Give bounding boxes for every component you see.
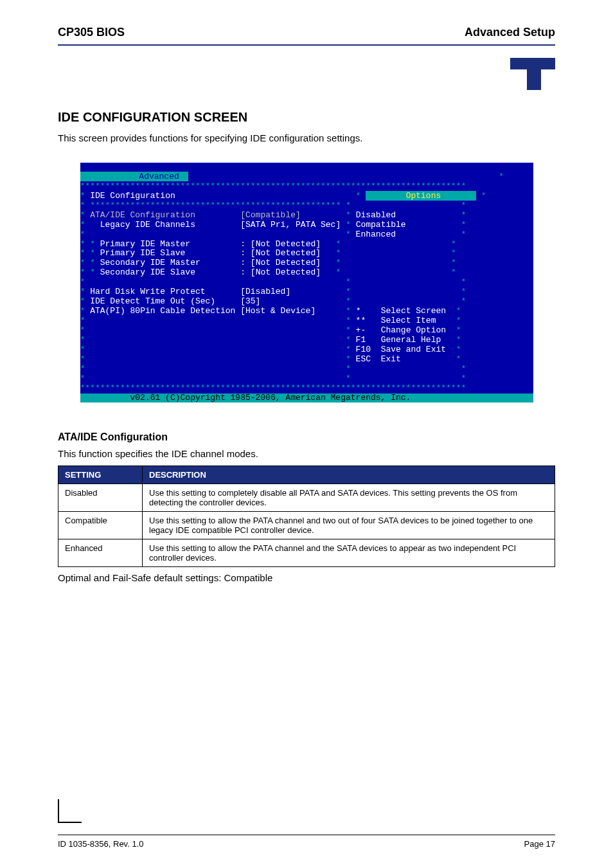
bios-footer: v02.61 (C)Copyright 1985-2006, American …: [130, 393, 411, 402]
hint-select-item: Select Item: [381, 316, 436, 325]
footer-page: Page 17: [524, 839, 555, 849]
th-setting: SETTING: [58, 466, 143, 484]
value-hdwp: [Disabled]: [240, 287, 290, 296]
opt-enhanced: Enhanced: [356, 230, 396, 239]
hint-change-option: Change Option: [381, 325, 446, 335]
value-cable: [Host & Device]: [240, 306, 315, 316]
item-hdwp[interactable]: Hard Disk Write Protect: [90, 287, 205, 296]
value-legacy: [SATA Pri, PATA Sec]: [240, 220, 341, 230]
section-intro: This screen provides functions for speci…: [58, 132, 555, 143]
item-cable[interactable]: ATA(PI) 80Pin Cable Detection: [90, 306, 235, 316]
opt-disabled: Disabled: [356, 210, 396, 220]
options-box-label: Options: [406, 191, 441, 201]
section-title: IDE CONFIGURATION SCREEN: [58, 110, 555, 125]
value-timeout: [35]: [240, 296, 260, 306]
table-row: Disabled Use this setting to completely …: [58, 484, 555, 512]
item-legacy[interactable]: Legacy IDE Channels: [100, 220, 195, 230]
hint-general-help: General Help: [381, 335, 441, 345]
item-timeout[interactable]: IDE Detect Time Out (Sec): [90, 296, 215, 306]
dev-primary-master[interactable]: Primary IDE Master: [100, 239, 190, 249]
hint-exit: Exit: [381, 354, 401, 364]
opt-compatible: Compatible: [356, 220, 406, 230]
brand-corner-icon: [510, 58, 555, 90]
subsection-title: ATA/IDE Configuration: [58, 431, 555, 443]
dev-secondary-slave[interactable]: Secondary IDE Slave: [100, 267, 195, 277]
th-description: DESCRIPTION: [143, 466, 555, 484]
bios-heading: IDE Configuration: [90, 191, 175, 201]
header-left: CP305 BIOS: [58, 26, 125, 39]
dev-secondary-master[interactable]: Secondary IDE Master: [100, 258, 200, 267]
item-ata[interactable]: ATA/IDE Configuration: [90, 210, 195, 220]
subsection-desc: This function specifies the IDE channel …: [58, 448, 555, 459]
hint-save-exit: Save and Exit: [381, 345, 446, 354]
table-row: Compatible Use this setting to allow the…: [58, 512, 555, 539]
defaults-note: Optimal and Fail-Safe default settings: …: [58, 572, 555, 583]
bios-tab-advanced: Advanced: [138, 172, 180, 181]
dev-primary-slave[interactable]: Primary IDE Slave: [100, 248, 186, 258]
table-row: Enhanced Use this setting to allow the P…: [58, 539, 555, 567]
value-ata: [Compatible]: [240, 210, 301, 220]
corner-mark-icon: [58, 799, 82, 823]
hint-select-screen: Select Screen: [381, 306, 446, 316]
footer-id: ID 1035-8356, Rev. 1.0: [58, 839, 143, 849]
settings-table: SETTING DESCRIPTION Disabled Use this se…: [58, 466, 555, 567]
bios-screenshot: Advanced * *****************************…: [80, 163, 533, 402]
header-right: Advanced Setup: [465, 26, 555, 39]
